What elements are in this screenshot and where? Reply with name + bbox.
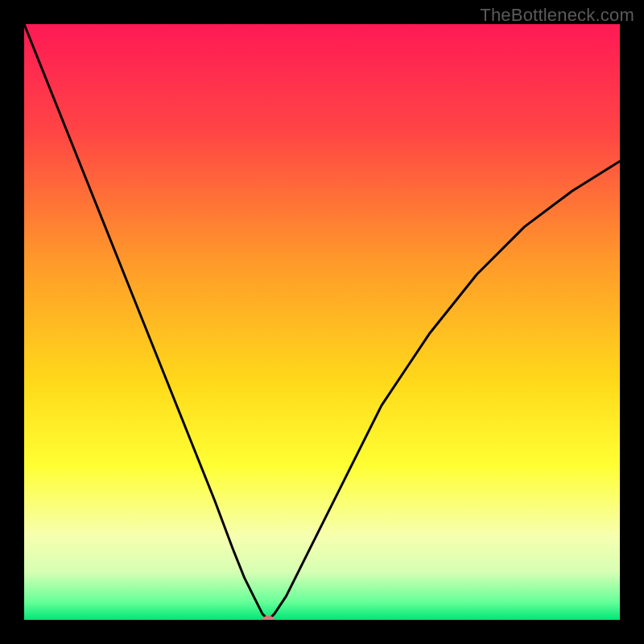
watermark-text: TheBottleneck.com [480,5,634,26]
gradient-background [24,24,620,620]
bottleneck-chart [24,24,620,620]
chart-frame [24,24,620,620]
